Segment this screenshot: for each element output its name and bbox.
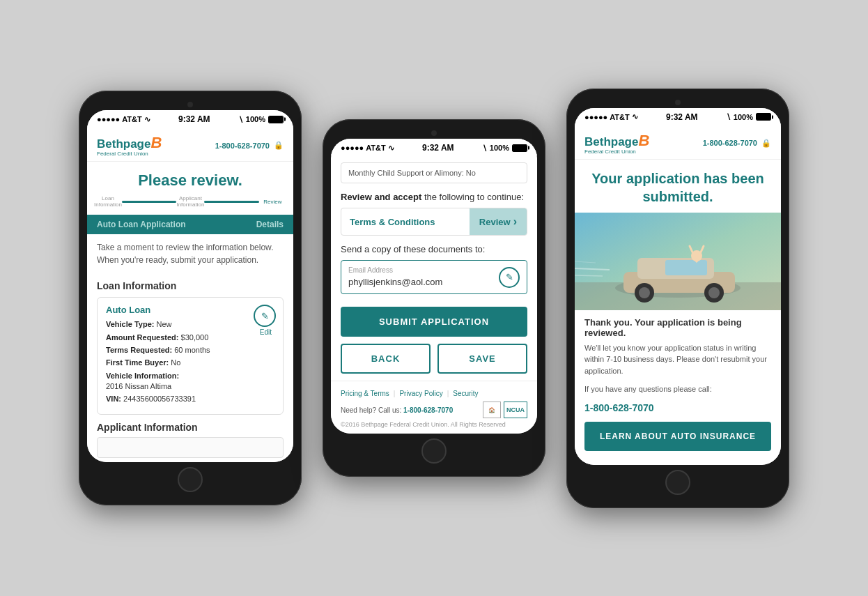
security-link[interactable]: Security <box>453 390 478 397</box>
signal-dots-3: ●●●●● <box>584 113 607 121</box>
applicant-heading: Applicant Information <box>97 422 284 433</box>
logo-name-3: BethpageB <box>584 135 649 148</box>
vin-field: VIN: 24435600056733391 <box>106 394 274 404</box>
camera-dot <box>187 102 193 107</box>
home-button-3[interactable] <box>665 470 690 495</box>
step-applicant: Applicant Information <box>176 195 204 208</box>
edit-button[interactable]: ✎ <box>254 305 276 327</box>
help-text: Need help? Call us: 1-800-628-7070 <box>341 406 453 414</box>
terms-row[interactable]: Terms & Conditions Review › <box>341 208 527 236</box>
section-header-detail: Details <box>256 220 284 229</box>
car-image <box>575 213 781 310</box>
success-title: Your application has been submitted. <box>586 169 770 206</box>
svg-line-14 <box>575 275 603 276</box>
response-para-1: We'll let you know your application stat… <box>584 342 771 377</box>
back-save-row: BACK SAVE <box>341 344 527 374</box>
back-button[interactable]: BACK <box>341 344 431 374</box>
first-time-field: First Time Buyer: No <box>106 358 274 368</box>
time-3: 9:32 AM <box>666 112 698 122</box>
footer-links: Pricing & Terms | Privacy Policy | Secur… <box>341 390 527 397</box>
prog-line-2 <box>204 201 258 203</box>
carrier-3: AT&T <box>610 113 630 121</box>
pricing-terms-link[interactable]: Pricing & Terms <box>341 390 389 397</box>
prog-line-1 <box>122 201 176 203</box>
save-button[interactable]: SAVE <box>437 344 527 374</box>
equal-housing-icon: 🏠 <box>483 402 501 418</box>
amount-field: Amount Requested: $30,000 <box>106 333 274 343</box>
lock-icon: 🔒 <box>274 141 284 150</box>
svg-point-12 <box>708 287 720 298</box>
footer-bottom: Need help? Call us: 1-800-628-7070 🏠 NCU… <box>341 402 527 418</box>
page-title: Please review. <box>94 171 286 190</box>
response-para-2: If you have any questions please call: <box>584 383 771 395</box>
header-phone-number: 1-800-628-7070 <box>215 142 270 150</box>
app-header-1: BethpageB Federal Credit Union 1-800-628… <box>87 127 293 162</box>
thank-you-heading: Thank you. Your application is being rev… <box>584 317 771 338</box>
success-body: Thank you. Your application is being rev… <box>575 310 781 465</box>
signal-dots: ●●●●● <box>97 115 120 123</box>
logo: BethpageB Federal Credit Union <box>97 134 162 157</box>
wifi-icon-3: ∿ <box>632 112 638 121</box>
loan-info-section: Loan Information Auto Loan ✎ Edit Vehicl… <box>87 273 293 415</box>
phone-1: ●●●●● AT&T ∿ 9:32 AM ∖ 100% BethpageB Fe… <box>79 91 302 505</box>
logo-wordmark-3: BethpageB <box>584 132 649 150</box>
logo-3: BethpageB Federal Credit Union <box>584 132 649 155</box>
email-section: Send a copy of these documents to: Email… <box>331 236 537 300</box>
status-right-3: ∖ 100% <box>726 112 771 121</box>
email-field-box[interactable]: Email Address phyllisjenkins@aol.com ✎ <box>341 260 527 294</box>
email-edit-icon[interactable]: ✎ <box>499 267 520 288</box>
step-review: Review <box>259 199 286 205</box>
learn-auto-insurance-button[interactable]: LEARN ABOUT AUTO INSURANCE <box>584 422 771 451</box>
email-value: phyllisjenkins@aol.com <box>348 277 442 287</box>
header-phone[interactable]: 1-800-628-7070 🔒 <box>215 141 284 150</box>
battery-label: 100% <box>246 115 265 123</box>
signal-dots-2: ●●●●● <box>341 144 364 152</box>
logo-wordmark: BethpageB <box>97 134 162 152</box>
battery-icon-3 <box>756 113 771 121</box>
status-bar-2: ●●●●● AT&T ∿ 9:32 AM ∖ 100% <box>331 139 537 155</box>
logo-b-letter: B <box>150 134 162 151</box>
status-left-3: ●●●●● AT&T ∿ <box>584 112 638 121</box>
email-label: Email Address <box>348 266 442 274</box>
home-button-1[interactable] <box>178 467 203 492</box>
scrolled-item: Monthly Child Support or Alimony: No <box>341 162 527 183</box>
terms-field: Terms Requested: 60 months <box>106 345 274 356</box>
loan-info-heading: Loan Information <box>97 280 284 291</box>
terms-arrow-icon: › <box>513 215 517 228</box>
edit-label: Edit <box>260 328 272 336</box>
carrier-2: AT&T <box>366 144 386 152</box>
bluetooth-icon: ∖ <box>238 115 243 124</box>
email-field-content: Email Address phyllisjenkins@aol.com <box>348 266 442 288</box>
lock-icon-3: 🔒 <box>761 139 771 148</box>
terms-review-button[interactable]: Review › <box>470 208 527 235</box>
vehicle-info-field: Vehicle Information:2016 Nissan Altima <box>106 371 274 392</box>
review-accept-text: Review and accept the following to conti… <box>331 183 537 208</box>
battery-3: 100% <box>734 113 753 121</box>
battery-icon <box>268 116 284 123</box>
vehicle-type-field: Vehicle Type: New <box>106 319 274 330</box>
send-copy-label: Send a copy of these documents to: <box>341 244 527 254</box>
footer: Pricing & Terms | Privacy Policy | Secur… <box>331 381 537 434</box>
step-loan: Loan Information <box>94 195 122 208</box>
p3-phone-link[interactable]: 1-800-628-7070 <box>584 402 771 413</box>
progress-bar: Loan Information Applicant Information R… <box>87 195 293 215</box>
wifi-icon: ∿ <box>144 115 150 124</box>
submit-application-button[interactable]: SUBMIT APPLICATION <box>341 307 527 337</box>
header-phone-3[interactable]: 1-800-628-7070 🔒 <box>703 139 771 148</box>
home-button-2[interactable] <box>421 438 447 464</box>
logo-name: BethpageB <box>97 137 162 151</box>
review-body-text: Take a moment to review the information … <box>87 234 293 273</box>
status-bar-3: ●●●●● AT&T ∿ 9:32 AM ∖ 100% <box>575 108 781 125</box>
wifi-icon-2: ∿ <box>388 144 394 153</box>
svg-rect-5 <box>665 260 707 275</box>
phone-3: ●●●●● AT&T ∿ 9:32 AM ∖ 100% BethpageB Fe… <box>566 89 789 508</box>
battery-2: 100% <box>490 144 509 152</box>
loan-card: Auto Loan ✎ Edit Vehicle Type: New Amoun… <box>97 297 284 415</box>
section-header: Auto Loan Application Details <box>87 215 293 234</box>
camera-dot-2 <box>431 130 437 136</box>
help-phone-link[interactable]: 1-800-628-7070 <box>403 406 453 414</box>
carrier-label: AT&T <box>122 115 142 123</box>
ncua-logo: NCUA <box>504 402 527 418</box>
privacy-policy-link[interactable]: Privacy Policy <box>399 390 442 397</box>
status-time: 9:32 AM <box>178 114 210 124</box>
